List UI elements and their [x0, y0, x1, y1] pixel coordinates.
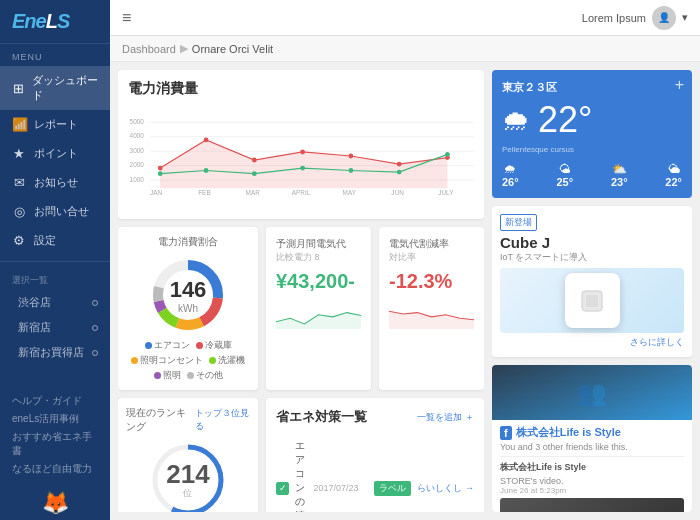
- ad-image: [500, 268, 684, 333]
- subitem-label: 新宿店: [18, 320, 51, 335]
- sidebar-item-points[interactable]: ★ ポイント: [0, 139, 110, 168]
- energy-more-0[interactable]: らいしくし →: [417, 482, 474, 495]
- forecast-icon-1: 🌤: [556, 162, 573, 176]
- stat1-title: 予測月間電気代: [276, 237, 361, 251]
- sidebar-section-label: 選択一覧: [0, 268, 110, 290]
- forecast-temp-2: 23°: [611, 176, 628, 188]
- help-item-3[interactable]: なるほど自由電力: [12, 460, 98, 478]
- weather-plus-button[interactable]: +: [675, 76, 684, 94]
- social-post2-header: 株式会社Life is Style: [500, 461, 684, 474]
- social-post2-text: STORE's video.: [500, 476, 684, 486]
- breadcrumb-home[interactable]: Dashboard: [122, 43, 176, 55]
- user-menu[interactable]: Lorem Ipsum 👤 ▾: [582, 6, 688, 30]
- donut-container: 146 kWh: [126, 255, 250, 335]
- menu-label: MENU: [0, 44, 110, 66]
- contact-icon: ◎: [12, 204, 26, 219]
- weather-temp: 22°: [538, 99, 592, 141]
- sidebar-item-contact[interactable]: ◎ お問い合せ: [0, 197, 110, 226]
- mail-icon: ✉: [12, 175, 26, 190]
- stat2-sublabel: 対比率: [389, 251, 474, 264]
- sidebar-help: ヘルプ・ガイド eneLs活用事例 おすすめ省エネ手書 なるほど自由電力: [0, 384, 110, 486]
- social-liked-by: You and 3 other friends like this.: [500, 442, 684, 452]
- social-post2-date: June 26 at 5:23pm: [500, 486, 684, 495]
- svg-text:3000: 3000: [130, 147, 145, 154]
- weather-cloud-icon: 🌧: [502, 104, 530, 137]
- breadcrumb-current: Ornare Orci Velit: [192, 43, 273, 55]
- svg-text:MAR: MAR: [246, 189, 261, 196]
- sidebar-subitem-shinjuku2[interactable]: 新宿お買得店: [0, 340, 110, 365]
- svg-text:2000: 2000: [130, 161, 145, 168]
- sidebar-subitem-shinjuku[interactable]: 新宿店: [0, 315, 110, 340]
- weather-day-3: 🌥 22°: [665, 162, 682, 188]
- svg-point-13: [300, 150, 305, 155]
- social-logo-row: f 株式会社Life is Style: [500, 425, 684, 440]
- legend-outlet: 照明コンセント: [131, 354, 203, 367]
- energy-add-button[interactable]: 一覧を追加 ＋: [417, 411, 474, 424]
- sidebar-item-dashboard[interactable]: ⊞ ダッシュボード: [0, 66, 110, 110]
- energy-badge-0: ラベル: [374, 481, 411, 496]
- stat-card-cost: 予測月間電気代 比較電力 8 ¥43,200-: [266, 227, 371, 390]
- rank-circle-container: 214 位: [126, 440, 250, 512]
- logo-text: EneLS: [12, 10, 98, 33]
- weather-day-0: 🌧 26°: [502, 162, 519, 188]
- stat1-sparkline: [276, 299, 361, 334]
- rank-number: 214: [166, 461, 209, 487]
- rank-number-display: 214 位: [166, 461, 209, 500]
- svg-point-12: [252, 158, 257, 163]
- social-body: f 株式会社Life is Style You and 3 other frie…: [492, 420, 692, 512]
- sidebar-item-label: お知らせ: [34, 175, 78, 190]
- breadcrumb-separator: ▶: [180, 42, 188, 55]
- help-item-2[interactable]: おすすめ省エネ手書: [12, 428, 98, 460]
- svg-point-22: [397, 170, 402, 175]
- cube-device-icon: [574, 283, 610, 319]
- donut-number: 146: [170, 277, 207, 303]
- social-video-play-button[interactable]: ▶: [500, 498, 684, 512]
- svg-point-14: [348, 154, 353, 159]
- energy-check-0[interactable]: ✓: [276, 482, 289, 495]
- sidebar-item-news[interactable]: ✉ お知らせ: [0, 168, 110, 197]
- ad-more-link[interactable]: さらに詳しく: [500, 336, 684, 349]
- ranking-card: 現在のランキング トップ３位見る 214 位: [118, 398, 258, 512]
- sidebar-item-report[interactable]: 📶 レポート: [0, 110, 110, 139]
- stat-card-reduction: 電気代割減率 対比率 -12.3%: [379, 227, 484, 390]
- sidebar: EneLS MENU ⊞ ダッシュボード 📶 レポート ★ ポイント ✉ お知ら…: [0, 0, 110, 520]
- sidebar-logo: EneLS: [0, 0, 110, 44]
- help-item-1[interactable]: eneLs活用事例: [12, 410, 98, 428]
- stat2-title: 電気代割減率: [389, 237, 474, 251]
- stat1-value: ¥43,200-: [276, 270, 361, 293]
- forecast-temp-0: 26°: [502, 176, 519, 188]
- subitem-label: 渋谷店: [18, 295, 51, 310]
- topbar: ≡ Lorem Ipsum 👤 ▾: [110, 0, 700, 36]
- social-card: 👥 f 株式会社Life is Style You and 3 other fr…: [492, 365, 692, 512]
- social-post2-name: 株式会社Life is Style: [500, 462, 586, 472]
- stats-row: 電力消費割合: [118, 227, 484, 390]
- user-name: Lorem Ipsum: [582, 12, 646, 24]
- energy-title: 省エネ対策一覧: [276, 408, 367, 426]
- sidebar-item-settings[interactable]: ⚙ 設定: [0, 226, 110, 255]
- weather-card: + 東京２３区 🌧 22° Pellentesque cursus 🌧 26° …: [492, 70, 692, 198]
- rank-link[interactable]: トップ３位見る: [195, 407, 250, 433]
- sidebar-subitem-shibuya[interactable]: 渋谷店: [0, 290, 110, 315]
- ad-card: 新登場 Cube J IoT をスマートに導入 さらに詳しく: [492, 206, 692, 357]
- svg-text:JAN: JAN: [150, 189, 162, 196]
- forecast-icon-3: 🌥: [665, 162, 682, 176]
- stat2-label: 電気代割減率 対比率: [389, 237, 474, 264]
- forecast-temp-1: 25°: [556, 176, 573, 188]
- report-icon: 📶: [12, 117, 26, 132]
- menu-toggle-icon[interactable]: ≡: [122, 9, 131, 27]
- weather-forecast: 🌧 26° 🌤 25° ⛅ 23° 🌥 22°: [502, 162, 682, 188]
- legend-fridge: 冷蔵庫: [196, 339, 232, 352]
- help-label: ヘルプ・ガイド: [12, 392, 98, 410]
- forecast-icon-2: ⛅: [611, 162, 628, 176]
- sidebar-mascot: 🦊: [0, 486, 110, 520]
- facebook-icon: f: [500, 426, 512, 440]
- svg-point-18: [204, 168, 209, 173]
- social-cover-image: 👥: [492, 365, 692, 420]
- legend-other: その他: [187, 369, 223, 382]
- ad-title: Cube J: [500, 234, 684, 251]
- donut-unit: kWh: [170, 303, 207, 314]
- ad-device: [565, 273, 620, 328]
- left-column: 電力消費量 5000 4000 3000 2000 1000: [118, 70, 484, 512]
- svg-point-23: [445, 152, 450, 157]
- subitem-label: 新宿お買得店: [18, 345, 84, 360]
